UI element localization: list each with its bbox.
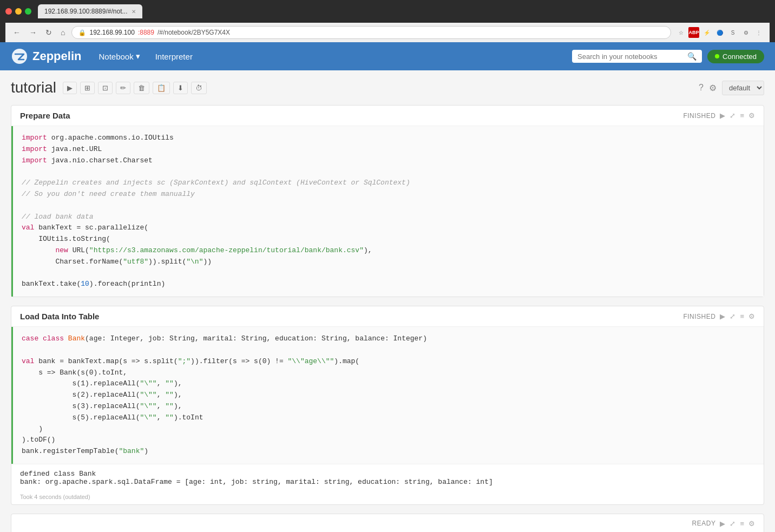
ext-icon-2[interactable]: 🔵 bbox=[714, 27, 725, 38]
navbar-right: 🔍 Connected bbox=[572, 50, 764, 63]
adblock-icon[interactable]: ABP bbox=[688, 27, 699, 38]
prepare-data-code[interactable]: import org.apache.commons.io.IOUtils imp… bbox=[11, 126, 764, 297]
clone-button[interactable]: 📋 bbox=[153, 82, 170, 94]
zeppelin-logo-icon bbox=[11, 48, 28, 65]
load-code-line-6: s(2).replaceAll("\"", ""), bbox=[22, 390, 755, 401]
export-button[interactable]: ⬇ bbox=[173, 82, 188, 94]
schedule-button[interactable]: ⏱ bbox=[191, 82, 207, 94]
prepare-data-title: Prepare Data bbox=[20, 111, 70, 120]
back-button[interactable]: ← bbox=[11, 27, 23, 38]
url-protocol: 192.168.99.100 bbox=[89, 29, 134, 36]
connected-label: Connected bbox=[723, 52, 757, 61]
browser-tab[interactable]: 192.168.99.100:8889/#/not... ✕ bbox=[38, 4, 142, 18]
load-data-code[interactable]: case class Bank(age: Integer, job: Strin… bbox=[11, 327, 764, 464]
load-code-line-2 bbox=[22, 345, 755, 356]
para2-maximize-icon[interactable]: ⤢ bbox=[730, 312, 735, 320]
ready-list-icon[interactable]: ≡ bbox=[740, 520, 744, 528]
notebook-header-right: ? ⚙ default report bbox=[699, 81, 764, 95]
tab-close-button[interactable]: ✕ bbox=[132, 9, 136, 15]
run-all-button[interactable]: ▶ bbox=[63, 82, 77, 94]
code-line-10: IOUtils.toString( bbox=[22, 234, 755, 245]
notebook-toolbar: ▶ ⊞ ⊡ ✏ 🗑 📋 ⬇ ⏱ bbox=[63, 82, 207, 94]
close-traffic-light[interactable] bbox=[5, 8, 12, 15]
prepare-data-header: Prepare Data FINISHED ▶ ⤢ ≡ ⚙ bbox=[11, 106, 764, 126]
notebook-dropdown-icon: ▾ bbox=[136, 51, 140, 61]
load-code-line-10: ).toDF() bbox=[22, 435, 755, 446]
para1-settings-icon[interactable]: ⚙ bbox=[748, 111, 755, 120]
url-port: :8889 bbox=[138, 29, 154, 36]
load-code-line-11: bank.registerTempTable("bank") bbox=[22, 446, 755, 457]
load-code-line-9: ) bbox=[22, 424, 755, 435]
prepare-data-status: FINISHED ▶ ⤢ ≡ ⚙ bbox=[683, 111, 755, 120]
code-line-11: new URL("https://s3.amazonaws.com/apache… bbox=[22, 245, 755, 257]
forward-button[interactable]: → bbox=[27, 27, 39, 38]
para1-run-icon[interactable]: ▶ bbox=[720, 111, 725, 120]
zeppelin-logo: Zeppelin bbox=[11, 48, 81, 65]
logo-text: Zeppelin bbox=[32, 49, 81, 63]
zeppelin-app: Zeppelin Notebook ▾ Interpreter 🔍 Connec… bbox=[0, 42, 775, 532]
minimize-traffic-light[interactable] bbox=[15, 8, 22, 15]
code-line-4 bbox=[22, 166, 755, 178]
reload-button[interactable]: ↻ bbox=[43, 27, 54, 38]
notebook-settings-button[interactable]: ⚙ bbox=[709, 83, 717, 93]
load-code-line-1: case class Bank(age: Integer, job: Strin… bbox=[22, 333, 755, 345]
ready-cell-header: READY ▶ ⤢ ≡ ⚙ bbox=[11, 514, 764, 532]
code-line-1: import org.apache.commons.io.IOUtils bbox=[22, 133, 755, 144]
show-hide-code-button[interactable]: ⊞ bbox=[80, 82, 95, 94]
browser-toolbar: ← → ↻ ⌂ 🔒 192.168.99.100:8889/#/notebook… bbox=[5, 23, 770, 42]
load-code-line-4: s => Bank(s(0).toInt, bbox=[22, 367, 755, 379]
maximize-traffic-light[interactable] bbox=[25, 8, 31, 15]
bookmark-icon[interactable]: ☆ bbox=[675, 27, 686, 38]
code-line-6: // So you don't need create them manuall… bbox=[22, 189, 755, 200]
ready-run-icon[interactable]: ▶ bbox=[720, 520, 725, 528]
connected-badge: Connected bbox=[707, 50, 764, 63]
nav-menu: Notebook ▾ Interpreter bbox=[92, 48, 199, 64]
code-line-8: // load bank data bbox=[22, 212, 755, 223]
para2-list-icon[interactable]: ≡ bbox=[740, 312, 744, 320]
para2-settings-icon[interactable]: ⚙ bbox=[748, 312, 755, 320]
code-line-9: val bankText = sc.parallelize( bbox=[22, 222, 755, 234]
url-path: /#/notebook/2BY5G7X4X bbox=[157, 29, 230, 36]
ready-status-text: READY bbox=[692, 520, 716, 527]
ready-maximize-icon[interactable]: ⤢ bbox=[730, 520, 735, 528]
ready-settings-icon[interactable]: ⚙ bbox=[748, 520, 755, 528]
help-button[interactable]: ? bbox=[699, 83, 704, 93]
edit-button[interactable]: ✏ bbox=[116, 82, 130, 94]
search-input[interactable] bbox=[577, 52, 684, 61]
para1-maximize-icon[interactable]: ⤢ bbox=[730, 111, 735, 120]
load-data-header: Load Data Into Table FINISHED ▶ ⤢ ≡ ⚙ bbox=[11, 306, 764, 327]
navbar: Zeppelin Notebook ▾ Interpreter 🔍 Connec… bbox=[0, 42, 775, 70]
code-line-13 bbox=[22, 268, 755, 279]
address-bar[interactable]: 🔒 192.168.99.100:8889/#/notebook/2BY5G7X… bbox=[71, 26, 671, 39]
code-line-3: import java.nio.charset.Charset bbox=[22, 155, 755, 167]
para1-list-icon[interactable]: ≡ bbox=[740, 111, 744, 120]
page-content: tutorial ▶ ⊞ ⊡ ✏ 🗑 📋 ⬇ ⏱ ? ⚙ default rep… bbox=[0, 70, 775, 532]
code-line-2: import java.net.URL bbox=[22, 144, 755, 155]
load-data-paragraph: Load Data Into Table FINISHED ▶ ⤢ ≡ ⚙ ca… bbox=[11, 306, 764, 505]
load-code-line-5: s(1).replaceAll("\"", ""), bbox=[22, 378, 755, 390]
output-meta: Took 4 seconds (outdated) bbox=[11, 491, 764, 504]
notebook-menu-item[interactable]: Notebook ▾ bbox=[92, 48, 146, 64]
ext-icon-1[interactable]: ⚡ bbox=[701, 27, 712, 38]
ext-icon-4[interactable]: ⚙ bbox=[740, 27, 751, 38]
code-line-5: // Zeppelin creates and injects sc (Spar… bbox=[22, 178, 755, 189]
browser-chrome: 192.168.99.100:8889/#/not... ✕ ← → ↻ ⌂ 🔒… bbox=[0, 0, 775, 42]
clear-button[interactable]: 🗑 bbox=[134, 82, 149, 94]
para2-run-icon[interactable]: ▶ bbox=[720, 312, 725, 320]
notebook-header: tutorial ▶ ⊞ ⊡ ✏ 🗑 📋 ⬇ ⏱ ? ⚙ default rep… bbox=[11, 79, 764, 96]
ext-icon-3[interactable]: S bbox=[727, 27, 738, 38]
prepare-data-status-text: FINISHED bbox=[683, 112, 715, 120]
ready-cell: READY ▶ ⤢ ≡ ⚙ bbox=[11, 514, 764, 532]
home-button[interactable]: ⌂ bbox=[58, 27, 67, 38]
code-line-12: Charset.forName("utf8")).split("\n")) bbox=[22, 257, 755, 268]
menu-icon[interactable]: ⋮ bbox=[753, 27, 764, 38]
output-line-1: defined class Bank bbox=[20, 470, 755, 478]
notebook-menu-label: Notebook bbox=[98, 52, 133, 61]
load-code-line-8: s(5).replaceAll("\"", "").toInt bbox=[22, 412, 755, 424]
load-code-line-3: val bank = bankText.map(s => s.split(";"… bbox=[22, 356, 755, 367]
interpreter-menu-item[interactable]: Interpreter bbox=[149, 48, 199, 64]
view-select[interactable]: default report bbox=[722, 81, 764, 95]
show-hide-output-button[interactable]: ⊡ bbox=[98, 82, 113, 94]
browser-toolbar-icons: ☆ ABP ⚡ 🔵 S ⚙ ⋮ bbox=[675, 27, 764, 38]
search-box[interactable]: 🔍 bbox=[572, 50, 702, 63]
